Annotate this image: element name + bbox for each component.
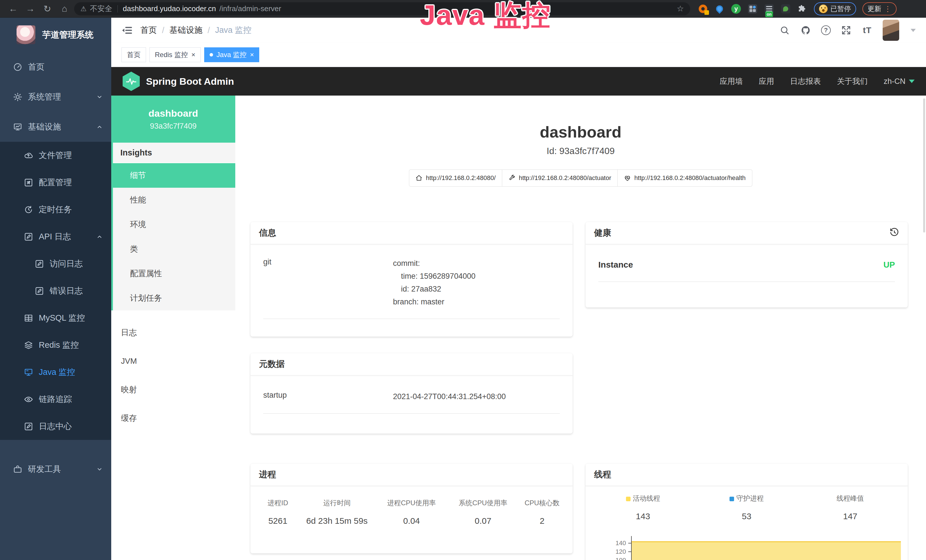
tick-mark <box>628 543 631 543</box>
sidebar-item-mysql-monitor[interactable]: MySQL 监控 <box>0 304 111 331</box>
info-value: commit: time: 1596289704000 id: 27aa832 … <box>393 257 475 309</box>
close-icon[interactable]: × <box>250 51 254 58</box>
forward-icon[interactable]: → <box>23 2 38 15</box>
reload-icon[interactable]: ↻ <box>40 2 55 15</box>
sba-item-caches[interactable]: 缓存 <box>111 404 235 433</box>
profile-paused-chip[interactable]: 已暂停 <box>814 2 856 15</box>
breadcrumb-separator: / <box>162 26 164 35</box>
live-threads-area-series <box>632 541 901 560</box>
stat-label: 运行时间 <box>300 498 374 507</box>
legend-swatch-live <box>626 496 631 501</box>
link-label: http://192.168.0.2:48080/actuator/health <box>634 174 746 182</box>
sba-group-label: Insights <box>113 143 235 163</box>
tab-redis-monitor[interactable]: Redis 监控 × <box>150 47 201 62</box>
app-logo-row[interactable]: 芋道管理系统 <box>0 18 111 52</box>
sidebar-item-api-log[interactable]: API 日志 <box>0 223 111 250</box>
threads-stat-peak: 线程峰值 147 <box>799 494 902 521</box>
sidebar-item-config-mgmt[interactable]: 配置管理 <box>0 169 111 196</box>
sba-item-classes[interactable]: 类 <box>113 237 235 261</box>
sba-nav-applications[interactable]: 应用 <box>759 76 774 86</box>
sidebar-item-system-mgmt[interactable]: 系统管理 <box>0 82 111 112</box>
sba-language-select[interactable]: zh-CN <box>884 77 915 86</box>
sba-app-header[interactable]: dashboard 93a3fc7f7409 <box>111 95 235 143</box>
avatar-caret-icon[interactable] <box>911 29 916 32</box>
user-avatar[interactable] <box>883 20 899 41</box>
sba-logo-icon[interactable] <box>123 72 140 91</box>
sidebar-item-home[interactable]: 首页 <box>0 52 111 82</box>
sba-item-environment[interactable]: 环境 <box>113 212 235 237</box>
bookmark-star-icon[interactable]: ☆ <box>677 4 684 14</box>
instance-home-link[interactable]: http://192.168.0.2:48080/ <box>409 170 502 186</box>
sba-item-jvm[interactable]: JVM <box>111 347 235 375</box>
extension-leaf-icon[interactable] <box>780 3 791 14</box>
sidebar-item-dev-tools[interactable]: 研发工具 <box>0 454 111 484</box>
logo-image <box>17 26 35 44</box>
instance-health-link[interactable]: http://192.168.0.2:48080/actuator/health <box>618 170 752 186</box>
stat-label: 活动线程 <box>591 494 695 503</box>
sba-item-metrics[interactable]: 性能 <box>113 188 235 212</box>
scrollbar-thumb[interactable] <box>923 98 925 233</box>
extension-green-circle-icon[interactable]: y <box>731 3 741 14</box>
sba-main-content: dashboard Id: 93a3fc7f7409 http://192.16… <box>235 95 926 560</box>
breadcrumb-home[interactable]: 首页 <box>140 24 157 36</box>
sidebar-item-file-mgmt[interactable]: 文件管理 <box>0 142 111 169</box>
y-tick-label: 140 <box>616 539 626 547</box>
extension-donut-icon[interactable] <box>698 3 708 14</box>
sidebar-item-redis-monitor[interactable]: Redis 监控 <box>0 331 111 359</box>
security-warning-icon[interactable]: ⚠ <box>80 5 87 13</box>
sidebar-item-label: 访问日志 <box>50 258 83 269</box>
sba-nav-journal[interactable]: 日志报表 <box>790 76 821 86</box>
sidebar-item-infrastructure[interactable]: 基础设施 <box>0 112 111 142</box>
extension-pin-icon[interactable] <box>714 3 725 14</box>
sidebar-fold-icon[interactable] <box>121 24 133 36</box>
process-stat-process-cpu: 进程CPU使用率 0.04 <box>374 498 449 526</box>
sba-item-logs[interactable]: 日志 <box>111 318 235 347</box>
url-host: dashboard.yudao.iocoder.cn <box>123 4 216 13</box>
process-stats: 进程ID 5261 运行时间 6d 23h 15m 59s 进程CPU使用率 0… <box>250 486 573 526</box>
extensions-puzzle-icon[interactable] <box>797 3 808 14</box>
sidebar-item-label: 基础设施 <box>28 121 61 133</box>
card-health-header: 健康 <box>586 222 908 244</box>
stat-label: 线程峰值 <box>799 494 902 503</box>
tab-java-monitor[interactable]: Java 监控 × <box>204 47 259 62</box>
github-icon[interactable] <box>800 24 811 36</box>
tab-home[interactable]: 首页 <box>121 47 146 62</box>
instance-actuator-link[interactable]: http://192.168.0.2:48080/actuator <box>502 170 618 186</box>
sidebar-item-log-center[interactable]: 日志中心 <box>0 413 111 440</box>
search-icon[interactable] <box>779 24 790 36</box>
sidebar-item-label: Redis 监控 <box>39 339 79 351</box>
sba-nav-wallboard[interactable]: 应用墙 <box>720 76 743 86</box>
sidebar-item-scheduled-jobs[interactable]: 定时任务 <box>0 196 111 223</box>
sidebar-item-access-log[interactable]: 访问日志 <box>0 250 111 277</box>
browser-update-button[interactable]: 更新 ⋮ <box>862 2 897 15</box>
sba-item-config-props[interactable]: 配置属性 <box>113 261 235 286</box>
health-row-instance[interactable]: Instance UP <box>598 244 895 282</box>
sba-item-mappings[interactable]: 映射 <box>111 375 235 404</box>
sba-item-scheduled-tasks[interactable]: 计划任务 <box>113 286 235 310</box>
extension-switch-icon[interactable]: on <box>764 3 775 14</box>
history-icon[interactable] <box>890 228 899 239</box>
sba-item-details[interactable]: 细节 <box>113 163 235 188</box>
fullscreen-icon[interactable] <box>840 24 852 36</box>
sba-nav-about[interactable]: 关于我们 <box>837 76 867 86</box>
security-label[interactable]: 不安全 <box>90 4 112 14</box>
sba-brand[interactable]: Spring Boot Admin <box>146 76 234 87</box>
sidebar-item-error-log[interactable]: 错误日志 <box>0 277 111 304</box>
breadcrumb-infrastructure[interactable]: 基础设施 <box>169 24 203 36</box>
close-icon[interactable]: × <box>191 51 195 58</box>
process-stat-cpus: CPU核心数 2 <box>517 498 567 526</box>
url-path: /infra/admin-server <box>219 4 281 13</box>
sidebar-item-java-monitor[interactable]: Java 监控 <box>0 359 111 386</box>
card-threads: 线程 活动线程 143 守护进程 53 线程峰值 147 <box>586 463 908 560</box>
back-icon[interactable]: ← <box>6 2 21 15</box>
url-bar[interactable]: ⚠ 不安全 dashboard.yudao.iocoder.cn/infra/a… <box>74 2 690 15</box>
stat-label: CPU核心数 <box>517 498 567 507</box>
home-icon[interactable]: ⌂ <box>57 2 72 15</box>
metadata-row-startup: startup 2021-04-27T00:44:31.254+08:00 <box>263 375 560 414</box>
sidebar-item-tracing[interactable]: 链路追踪 <box>0 386 111 413</box>
text-size-icon[interactable]: tT <box>861 24 873 36</box>
help-icon[interactable]: ? <box>821 26 831 35</box>
sidebar-item-label: API 日志 <box>39 231 71 242</box>
browser-menu-icon[interactable]: ⋮ <box>884 5 891 12</box>
extension-grid-icon[interactable] <box>747 3 758 14</box>
